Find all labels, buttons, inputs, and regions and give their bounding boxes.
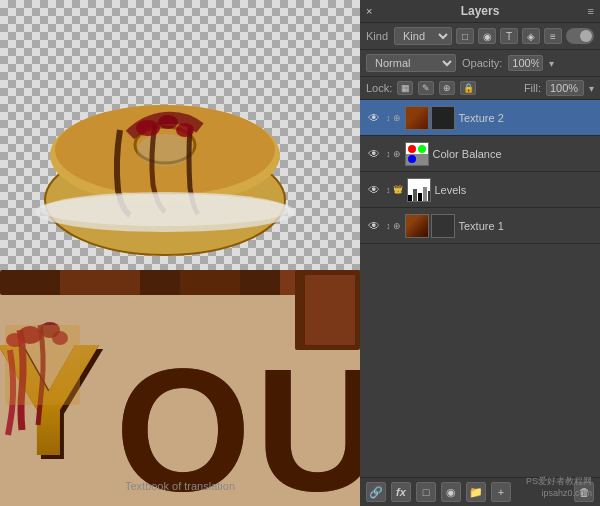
new-layer-icon[interactable]: + [491, 482, 511, 502]
layer-thumb-content [405, 214, 429, 238]
layer-thumb-mask [431, 214, 455, 238]
layer-thumbnails [405, 106, 455, 130]
panel-title: Layers [461, 4, 500, 18]
svg-rect-30 [418, 193, 422, 202]
layer-chain-icon: ⊕ [393, 149, 401, 159]
layer-chain-icon: ⊕ [393, 113, 401, 123]
layer-link-icons: ↕ ⊕ [386, 113, 401, 123]
lock-checkerboard-icon[interactable]: ▦ [397, 81, 413, 95]
layer-visibility-eye[interactable]: 👁 [366, 182, 382, 198]
opacity-input[interactable] [508, 55, 543, 71]
add-mask-icon[interactable]: □ [416, 482, 436, 502]
kind-dropdown[interactable]: Kind [394, 27, 452, 45]
layer-link-icons: ↕ ⊕ [386, 149, 401, 159]
lock-paint-icon[interactable]: ✎ [418, 81, 434, 95]
svg-point-5 [136, 120, 160, 136]
blend-mode-dropdown[interactable]: Normal Multiply Screen Overlay [366, 54, 456, 72]
layer-link-icons: ↕ ⊕ [386, 221, 401, 231]
panel-menu-icon[interactable]: ≡ [588, 5, 594, 17]
layer-item[interactable]: 👁 ↕ ⊕ Texture 1 [360, 208, 600, 244]
layer-link-icons: ↕ 👑 [386, 185, 403, 195]
site-name: PS爱好者教程网 [526, 475, 592, 488]
filter-pixel-icon[interactable]: □ [456, 28, 474, 44]
svg-text:U: U [255, 332, 360, 506]
svg-rect-27 [5, 325, 80, 405]
adjustment-icon[interactable]: ◉ [441, 482, 461, 502]
svg-point-6 [158, 115, 178, 129]
layer-item[interactable]: 👁 ↕ ⊕ Texture 2 [360, 100, 600, 136]
fx-icon[interactable]: fx [391, 482, 411, 502]
opacity-arrow-icon: ▾ [549, 58, 554, 69]
fill-label: Fill: [524, 82, 541, 94]
layer-arrows-icon: ↕ [386, 185, 391, 195]
layer-thumb-content [405, 142, 429, 166]
fill-input[interactable] [546, 80, 584, 96]
canvas-area: Y Y O O U U [0, 0, 360, 506]
panel-header: × Layers ≡ [360, 0, 600, 23]
canvas-top [0, 0, 360, 270]
layer-chain-icon: ⊕ [393, 221, 401, 231]
svg-rect-29 [413, 189, 417, 202]
layer-visibility-eye[interactable]: 👁 [366, 110, 382, 126]
layer-arrows-icon: ↕ [386, 149, 391, 159]
fill-arrow-icon: ▾ [589, 83, 594, 94]
layer-thumb-mask [431, 106, 455, 130]
filter-adjust-icon[interactable]: ◉ [478, 28, 496, 44]
layer-thumbnails [405, 214, 455, 238]
blend-row: Normal Multiply Screen Overlay Opacity: … [360, 50, 600, 77]
svg-rect-32 [428, 191, 431, 202]
canvas-art: Y Y O O U U [0, 270, 360, 506]
layer-name: Levels [435, 184, 595, 196]
opacity-label: Opacity: [462, 57, 502, 69]
layer-thumb-content [407, 178, 431, 202]
kind-label: Kind [366, 30, 388, 42]
layer-arrows-icon: ↕ [386, 221, 391, 231]
panel-close-icon[interactable]: × [366, 5, 372, 17]
canvas-bottom: Y Y O O U U [0, 270, 360, 506]
layer-thumb-img [406, 107, 428, 129]
filter-shape-icon[interactable]: ◈ [522, 28, 540, 44]
layers-list: 👁 ↕ ⊕ Texture 2 👁 ↕ ⊕ [360, 100, 600, 477]
layer-thumb-content [405, 106, 429, 130]
site-watermark: PS爱好者教程网 ipsahz0.com [526, 475, 592, 498]
svg-point-7 [176, 123, 194, 137]
lock-move-icon[interactable]: ⊕ [439, 81, 455, 95]
svg-rect-31 [423, 187, 427, 202]
svg-rect-12 [60, 270, 140, 295]
layer-name: Color Balance [433, 148, 595, 160]
lock-all-icon[interactable]: 🔒 [460, 81, 476, 95]
svg-point-9 [40, 194, 290, 226]
layer-name: Texture 2 [459, 112, 595, 124]
layer-name: Texture 1 [459, 220, 595, 232]
svg-rect-28 [408, 195, 412, 202]
filter-smart-icon[interactable]: ≡ [544, 28, 562, 44]
link-layers-icon[interactable]: 🔗 [366, 482, 386, 502]
layer-chain-icon: 👑 [393, 185, 403, 195]
layer-visibility-eye[interactable]: 👁 [366, 146, 382, 162]
new-group-icon[interactable]: 📁 [466, 482, 486, 502]
svg-rect-13 [180, 270, 240, 295]
canvas-image [0, 0, 360, 270]
layer-thumbnails [405, 142, 429, 166]
layer-thumbnails [407, 178, 431, 202]
filter-toggle[interactable] [566, 28, 594, 44]
site-url: ipsahz0.com [526, 488, 592, 498]
layer-item[interactable]: 👁 ↕ ⊕ Color Balance [360, 136, 600, 172]
layer-item[interactable]: 👁 ↕ 👑 Levels [360, 172, 600, 208]
lock-row: Lock: ▦ ✎ ⊕ 🔒 Fill: ▾ [360, 77, 600, 100]
layer-arrows-icon: ↕ [386, 113, 391, 123]
layers-panel: × Layers ≡ Kind Kind □ ◉ T ◈ ≡ Normal Mu… [360, 0, 600, 506]
filter-type-icon[interactable]: T [500, 28, 518, 44]
kind-row: Kind Kind □ ◉ T ◈ ≡ [360, 23, 600, 50]
lock-label: Lock: [366, 82, 392, 94]
watermark-text: Textbook of translation [125, 480, 235, 492]
svg-point-4 [137, 134, 193, 166]
layer-visibility-eye[interactable]: 👁 [366, 218, 382, 234]
